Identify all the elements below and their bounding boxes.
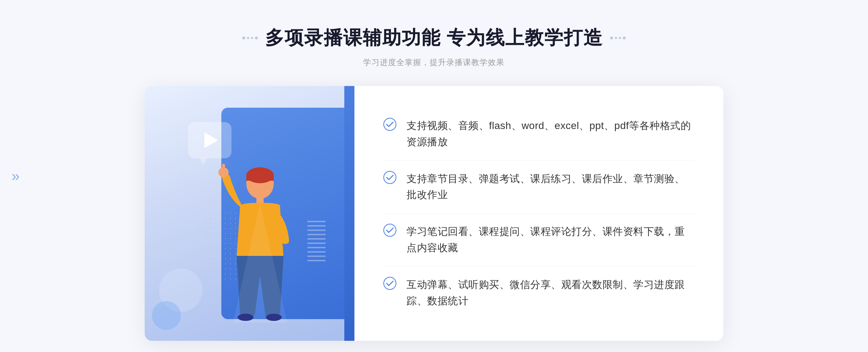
feature-item-4: 互动弹幕、试听购买、微信分享、观看次数限制、学习进度跟踪、数据统计 [383,267,694,319]
content-area: 支持视频、音频、flash、word、excel、ppt、pdf等各种格式的资源… [145,86,723,341]
blue-accent-bar [344,86,354,341]
play-icon [204,132,218,148]
check-icon-2 [383,171,396,184]
right-panel: 支持视频、音频、flash、word、excel、ppt、pdf等各种格式的资源… [354,86,723,341]
human-figure [204,149,305,330]
subtitle: 学习进度全掌握，提升录播课教学效果 [242,57,626,68]
deco-lines [307,218,326,261]
title-dots-right [610,37,626,39]
header-section: 多项录播课辅助功能 专为线上教学打造 学习进度全掌握，提升录播课教学效果 [242,0,626,68]
chevron-left-icon: » [12,168,20,184]
title-dots-left [242,37,258,39]
check-icon-1 [383,118,396,131]
svg-rect-2 [246,175,274,181]
page-container: 多项录播课辅助功能 专为线上教学打造 学习进度全掌握，提升录播课教学效果 [0,0,868,352]
svg-rect-5 [222,164,225,174]
feature-text-2: 支持章节目录、弹题考试、课后练习、课后作业、章节测验、批改作业 [407,171,694,203]
main-title: 多项录播课辅助功能 专为线上教学打造 [265,25,603,51]
title-row: 多项录播课辅助功能 专为线上教学打造 [242,25,626,51]
feature-text-4: 互动弹幕、试听购买、微信分享、观看次数限制、学习进度跟踪、数据统计 [407,277,694,309]
check-icon-3 [383,224,396,237]
check-icon-4 [383,277,396,290]
left-panel [145,86,354,341]
feature-text-3: 学习笔记回看、课程提问、课程评论打分、课件资料下载，重点内容收藏 [407,224,694,256]
feature-text-1: 支持视频、音频、flash、word、excel、ppt、pdf等各种格式的资源… [407,118,694,150]
feature-item-1: 支持视频、音频、flash、word、excel、ppt、pdf等各种格式的资源… [383,108,694,161]
feature-item-2: 支持章节目录、弹题考试、课后练习、课后作业、章节测验、批改作业 [383,161,694,214]
prev-nav-button[interactable]: » [12,168,20,184]
feature-item-3: 学习笔记回看、课程提问、课程评论打分、课件资料下载，重点内容收藏 [383,214,694,267]
deco-circle-small [152,301,181,330]
